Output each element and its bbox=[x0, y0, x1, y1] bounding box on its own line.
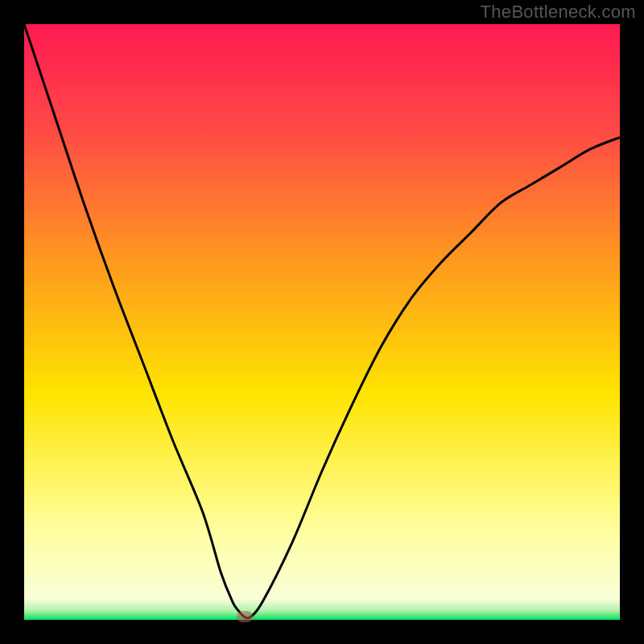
plot-area bbox=[24, 24, 620, 620]
watermark-text: TheBottleneck.com bbox=[481, 2, 636, 23]
optimal-point-marker bbox=[237, 611, 253, 622]
bottleneck-curve bbox=[24, 24, 620, 618]
chart-frame: TheBottleneck.com bbox=[0, 0, 644, 644]
curve-layer bbox=[24, 24, 620, 620]
